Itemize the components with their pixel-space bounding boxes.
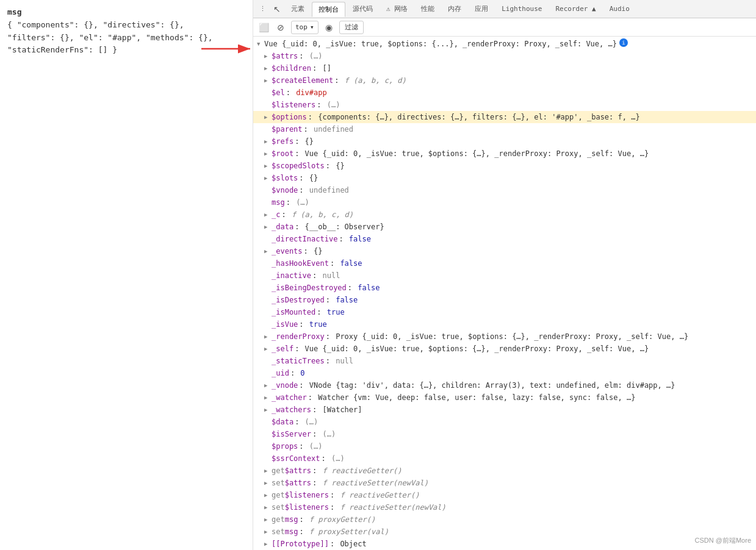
accessor-prefix: get <box>272 490 285 501</box>
expand-root-triangle[interactable] <box>257 38 264 49</box>
prop-name: [[Prototype]] <box>272 538 329 549</box>
clear-console-button[interactable]: ⊘ <box>274 21 287 34</box>
expand-triangle[interactable] <box>264 514 272 525</box>
prop-name: $attrs <box>285 465 311 476</box>
console-line: set $listeners: f reactiveSetter(newVal) <box>253 501 756 513</box>
tab-memory[interactable]: 内存 <box>442 2 467 16</box>
prop-name: $attrs <box>272 51 298 62</box>
json-line-1: { "components": {}, "directives": {}, <box>7 19 245 32</box>
expand-triangle[interactable] <box>264 173 272 184</box>
prop-name: _isBeingDestroyed <box>272 282 347 293</box>
tab-console[interactable]: 控制台 <box>312 2 345 17</box>
expand-triangle[interactable] <box>264 63 272 74</box>
prop-value: null <box>331 355 353 366</box>
prop-value: {} <box>305 173 319 184</box>
console-line: $el: div#app <box>253 87 756 99</box>
prop-value: (…) <box>305 51 323 62</box>
prop-value: (…) <box>305 441 323 452</box>
console-line: $parent: undefined <box>253 123 756 135</box>
console-line: $scopedSlots: {} <box>253 160 756 172</box>
prop-name: $listeners <box>285 490 329 501</box>
expand-triangle[interactable] <box>264 538 272 549</box>
expand-triangle[interactable] <box>264 404 272 415</box>
expand-triangle[interactable] <box>264 160 272 171</box>
prop-value: {__ob__: Observer} <box>300 221 384 232</box>
prop-name: $attrs <box>285 477 311 488</box>
tab-application[interactable]: 应用 <box>469 2 494 16</box>
console-line: _hasHookEvent: false <box>253 257 756 270</box>
console-line: get $listeners: f reactiveGetter() <box>253 489 756 501</box>
prop-value: true <box>305 319 327 330</box>
console-output: Vue {_uid: 0, _isVue: true, $options: {.… <box>253 37 756 550</box>
expand-triangle[interactable] <box>264 75 272 86</box>
expand-triangle[interactable] <box>264 51 272 62</box>
expand-triangle[interactable] <box>264 392 272 403</box>
console-line: _self: Vue {_uid: 0, _isVue: true, $opti… <box>253 343 756 355</box>
prop-name: msg <box>285 526 298 537</box>
prop-name: $parent <box>272 124 303 135</box>
prop-name: _renderProxy <box>272 331 325 342</box>
prop-value: true <box>322 307 344 318</box>
expand-triangle[interactable] <box>264 148 272 159</box>
tab-sources[interactable]: 源代码 <box>347 2 379 16</box>
prop-value: false <box>353 282 380 293</box>
tab-network[interactable]: ⚠ 网络 <box>380 2 414 16</box>
expand-triangle[interactable] <box>264 526 272 537</box>
expand-triangle[interactable] <box>264 465 272 476</box>
json-line-2: "filters": {}, "el": "#app", "methods": … <box>7 32 245 45</box>
devtools-panel: ⋮ ↖ 元素 控制台 源代码 ⚠ 网络 性能 内存 应用 Lighthouse … <box>253 0 756 550</box>
prop-value: Proxy {_uid: 0, _isVue: true, $options: … <box>331 331 688 342</box>
tab-performance[interactable]: 性能 <box>415 2 441 16</box>
expand-triangle[interactable] <box>264 477 272 488</box>
prop-name: _isDestroyed <box>272 295 325 305</box>
expand-triangle[interactable] <box>264 136 272 147</box>
prop-name: _isVue <box>272 319 298 330</box>
expand-triangle[interactable] <box>264 343 272 354</box>
prop-name: msg <box>285 514 298 525</box>
tab-recorder[interactable]: Recorder ▲ <box>549 2 602 15</box>
devtools-inspect-button[interactable]: ↖ <box>270 2 284 16</box>
filter-button[interactable]: 过滤 <box>339 21 364 34</box>
console-options-line: $options: {components: {…}, directives: … <box>253 111 756 123</box>
accessor-prefix: get <box>272 514 285 525</box>
console-line: set msg: f proxySetter(val) <box>253 526 756 538</box>
console-line: $vnode: undefined <box>253 184 756 196</box>
expand-triangle[interactable] <box>264 490 272 501</box>
prop-value: f reactiveSetter(newVal) <box>318 477 428 488</box>
prop-value: (…) <box>322 99 340 110</box>
accessor-prefix: set <box>272 502 285 513</box>
console-line: _uid: 0 <box>253 367 756 379</box>
console-line: $attrs: (…) <box>253 50 756 62</box>
tab-lighthouse[interactable]: Lighthouse <box>495 2 548 15</box>
expand-triangle[interactable] <box>264 112 272 123</box>
root-obj-header: Vue {_uid: 0, _isVue: true, $options: {.… <box>264 38 617 49</box>
eye-button[interactable]: ◉ <box>322 21 336 34</box>
prop-value: undefined <box>309 124 353 135</box>
prop-value: {} <box>300 136 314 147</box>
tab-elements[interactable]: 元素 <box>285 2 311 16</box>
console-line: $refs: {} <box>253 135 756 148</box>
console-line: $listeners: (…) <box>253 99 756 111</box>
sidebar-toggle-button[interactable]: ⬜ <box>257 21 270 34</box>
console-line: _renderProxy: Proxy {_uid: 0, _isVue: tr… <box>253 330 756 343</box>
console-line: _c: f (a, b, c, d) <box>253 209 756 221</box>
prop-value: [Watcher] <box>318 404 362 415</box>
left-annotation-panel: msg { "components": {}, "directives": {}… <box>0 0 253 550</box>
console-line: set $attrs: f reactiveSetter(newVal) <box>253 477 756 489</box>
prop-name: _isMounted <box>272 307 315 318</box>
prop-name: _vnode <box>272 380 298 391</box>
tab-audio[interactable]: Audio <box>603 2 636 15</box>
accessor-prefix: get <box>272 465 285 476</box>
expand-triangle[interactable] <box>264 502 272 513</box>
console-line: $isServer: (…) <box>253 428 756 440</box>
expand-triangle[interactable] <box>264 209 272 220</box>
expand-triangle[interactable] <box>264 246 272 257</box>
context-selector[interactable]: top ▾ <box>291 21 319 34</box>
expand-triangle[interactable] <box>264 221 272 232</box>
context-label: top <box>295 23 308 31</box>
devtools-more-button[interactable]: ⋮ <box>256 2 269 16</box>
expand-triangle[interactable] <box>264 380 272 391</box>
expand-triangle[interactable] <box>264 331 272 342</box>
console-line: $data: (…) <box>253 416 756 428</box>
console-toolbar: ⬜ ⊘ top ▾ ◉ 过滤 <box>253 18 756 37</box>
